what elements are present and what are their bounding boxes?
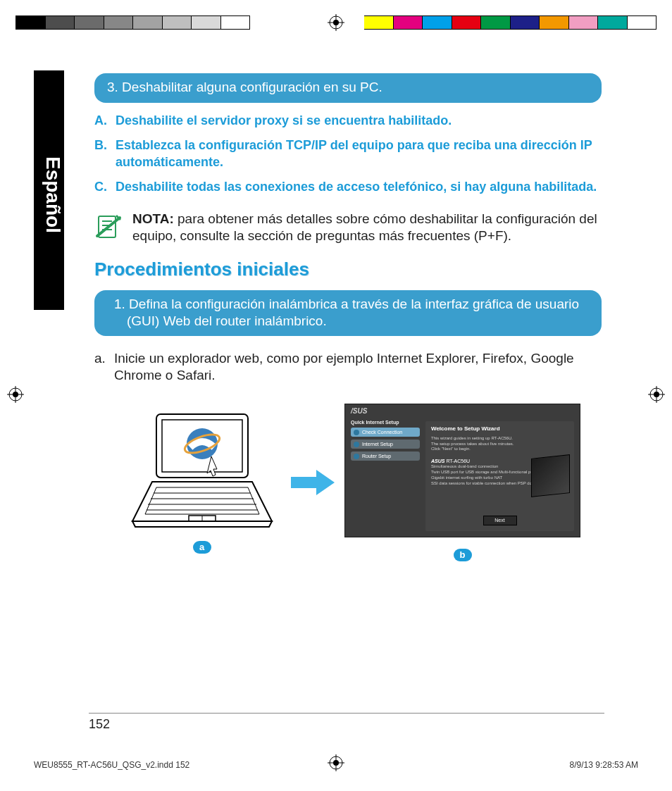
- language-tab: Español: [34, 70, 64, 310]
- registration-mark-icon: [648, 386, 665, 403]
- note-label: NOTA:: [132, 211, 174, 226]
- registration-mark-icon: [328, 754, 344, 771]
- wizard-model: RT-AC56U: [446, 459, 470, 463]
- list-item: C. Deshabilite todas las conexiones de a…: [94, 179, 602, 195]
- router-illustration: [531, 454, 570, 497]
- wizard-line: Click "Next" to begin.: [431, 447, 568, 452]
- page-number: 152: [89, 717, 110, 732]
- list-item: A. Deshabilite el servidor proxy si se e…: [94, 113, 602, 129]
- laptop-illustration: a: [123, 411, 281, 554]
- list-text: Deshabilite todas las conexiones de acce…: [116, 179, 602, 195]
- registration-mark-icon: [7, 386, 24, 403]
- wizard-main-panel: Welcome to Setup Wizard This wizard guid…: [425, 421, 574, 531]
- figure-label-b: b: [454, 549, 472, 561]
- wizard-side-item: Check Connection: [351, 428, 420, 437]
- list-text: Deshabilite el servidor proxy si se encu…: [116, 113, 602, 129]
- wizard-side-item: Internet Setup: [351, 440, 420, 449]
- registration-mark-icon: [328, 14, 344, 31]
- list-letter: C.: [94, 179, 116, 195]
- list-letter: A.: [94, 113, 116, 129]
- page-content: 3. Deshabilitar alguna configuración en …: [94, 73, 602, 561]
- note-text: NOTA: para obtener más detalles sobre có…: [132, 211, 602, 244]
- disable-settings-list: A. Deshabilite el servidor proxy si se e…: [94, 113, 602, 196]
- wizard-next-button: Next: [483, 516, 517, 525]
- wizard-brand: ASUS: [431, 459, 444, 463]
- wizard-side-item: Router Setup: [351, 451, 420, 461]
- footer-rule: [89, 713, 604, 714]
- substep-text: Inicie un explorador web, como por ejemp…: [114, 350, 602, 384]
- list-item: B. Establezca la configuración TCP/IP de…: [94, 137, 602, 170]
- wizard-line: The setup process takes about five minut…: [431, 442, 568, 447]
- wizard-sidebar: Quick Internet Setup Check Connection In…: [351, 420, 420, 463]
- list-text: Establezca la configuración TCP/IP del e…: [116, 137, 602, 170]
- wizard-logo: /SUS: [351, 407, 367, 415]
- wizard-sidebar-header: Quick Internet Setup: [351, 420, 420, 425]
- note-body: para obtener más detalles sobre cómo des…: [132, 211, 597, 243]
- list-letter: B.: [94, 137, 116, 170]
- note-icon: [94, 213, 123, 242]
- wizard-line: This wizard guides in setting up RT-AC56…: [431, 436, 568, 442]
- substep-letter: a.: [94, 350, 114, 384]
- figure-row: a /SUS Quick Internet Setup Check Connec…: [123, 404, 602, 561]
- arrow-icon: [288, 468, 337, 497]
- note-block: NOTA: para obtener más detalles sobre có…: [94, 211, 602, 244]
- substep-a: a. Inicie un explorador web, como por ej…: [94, 350, 602, 384]
- step-1-pill: 1. Defina la configuración inalámbrica a…: [94, 290, 602, 337]
- step-1-text: 1. Defina la configuración inalámbrica a…: [107, 296, 589, 330]
- document-timestamp: 8/9/13 9:28:53 AM: [570, 760, 638, 770]
- figure-label-a: a: [193, 541, 211, 554]
- setup-wizard-screenshot: /SUS Quick Internet Setup Check Connecti…: [344, 404, 580, 561]
- document-slug: WEU8555_RT-AC56U_QSG_v2.indd 152: [34, 760, 189, 770]
- wizard-title: Welcome to Setup Wizard: [431, 425, 568, 432]
- section-heading: Procedimientos iniciales: [94, 259, 602, 280]
- step-3-pill: 3. Deshabilitar alguna configuración en …: [94, 73, 602, 103]
